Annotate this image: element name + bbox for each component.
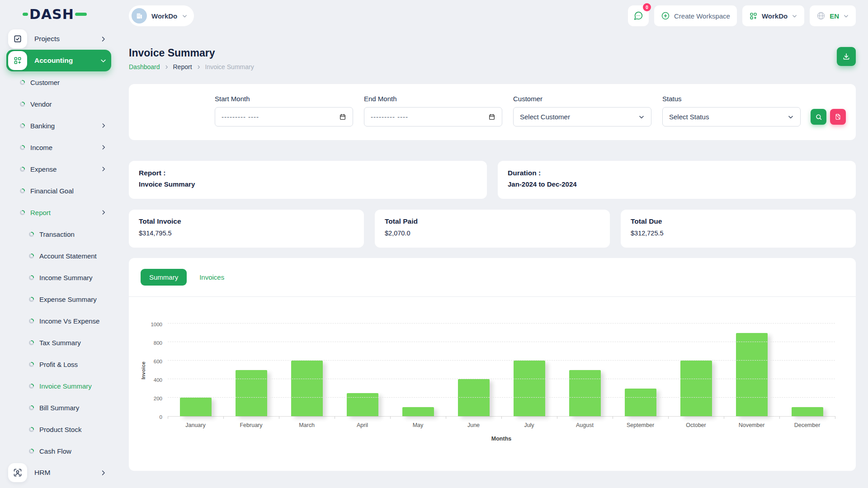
- sidebar-item-customer[interactable]: Customer: [0, 71, 118, 93]
- logo-text: DASH: [29, 6, 74, 22]
- breadcrumb-dashboard-link[interactable]: Dashboard: [129, 63, 160, 70]
- totals-row: Total Invoice $314,795.5 Total Paid $2,0…: [129, 210, 856, 248]
- sidebar-item-accounting[interactable]: Accounting: [6, 50, 111, 71]
- customer-label: Customer: [513, 95, 651, 103]
- end-month-placeholder: --------- ----: [371, 113, 408, 121]
- chevron-right-icon: [100, 36, 107, 42]
- bar-group: [779, 324, 835, 416]
- status-select-value: Select Status: [669, 113, 709, 121]
- breadcrumb-report[interactable]: Report: [173, 63, 192, 70]
- status-select[interactable]: Select Status: [662, 107, 801, 127]
- tab-invoices[interactable]: Invoices: [199, 273, 224, 281]
- sidebar-item-expense[interactable]: Expense: [0, 158, 118, 180]
- bullet-icon: [20, 80, 25, 85]
- bullet-icon: [29, 405, 34, 410]
- sidebar-item-cash-flow[interactable]: Cash Flow: [0, 440, 118, 462]
- sidebar-item-bill-summary[interactable]: Bill Summary: [0, 397, 118, 418]
- topbar: WorkDo 0 Create Workspace: [129, 4, 856, 28]
- grid-plus-icon: [8, 51, 27, 70]
- sidebar-item-label: Income Summary: [39, 274, 93, 282]
- bullet-icon: [29, 449, 34, 454]
- customer-select[interactable]: Select Customer: [513, 107, 651, 127]
- workspace-name: WorkDo: [151, 12, 177, 20]
- sidebar-item-account-statement[interactable]: Account Statement: [0, 245, 118, 267]
- sidebar-item-label: Projects: [34, 35, 93, 43]
- end-month-label: End Month: [364, 95, 502, 103]
- report-card: Report : Invoice Summary: [129, 161, 487, 199]
- y-tick-label: 200: [154, 396, 162, 401]
- sidebar-item-label: HRM: [34, 469, 93, 477]
- chevron-right-icon: [100, 469, 107, 476]
- sidebar-item-vendor[interactable]: Vendor: [0, 93, 118, 115]
- chevron-right-icon: [164, 65, 169, 70]
- bullet-icon: [29, 362, 34, 367]
- bullet-icon: [29, 275, 34, 280]
- chevron-down-icon: [843, 13, 849, 19]
- y-tick-label: 0: [160, 414, 162, 420]
- sidebar-item-label: Invoice Summary: [39, 382, 92, 390]
- sidebar-item-financial-goal[interactable]: Financial Goal: [0, 180, 118, 202]
- bar-group: [724, 324, 779, 416]
- create-workspace-button[interactable]: Create Workspace: [654, 5, 737, 26]
- sidebar-item-projects[interactable]: Projects: [6, 28, 111, 50]
- workspace-selector[interactable]: WorkDo: [129, 5, 194, 26]
- messages-badge: 0: [643, 3, 651, 11]
- sidebar-item-expense-summary[interactable]: Expense Summary: [0, 288, 118, 310]
- workspace-menu-label: WorkDo: [762, 12, 788, 20]
- page-header: Invoice Summary Dashboard Report Invoice…: [129, 47, 856, 70]
- sidebar-item-label: Product Stock: [39, 426, 81, 433]
- bar-group: [390, 324, 446, 416]
- bar-june: [458, 379, 490, 416]
- chart-plot-area: [168, 324, 835, 417]
- workspace-menu-button[interactable]: WorkDo: [742, 5, 804, 26]
- sidebar-item-hrm[interactable]: HRM: [6, 462, 111, 483]
- messages-button[interactable]: 0: [628, 5, 649, 26]
- chart-tabs: Summary Invoices: [129, 269, 856, 286]
- x-axis-tick: [335, 416, 335, 419]
- sidebar-item-invoice-summary[interactable]: Invoice Summary: [0, 375, 118, 397]
- bar-group: [668, 324, 724, 416]
- chevron-down-icon: [100, 57, 107, 64]
- bullet-icon: [20, 188, 25, 193]
- bar-april: [347, 393, 378, 416]
- total-paid-card: Total Paid $2,070.0: [375, 210, 610, 248]
- end-month-input[interactable]: --------- ----: [364, 107, 502, 127]
- start-month-input[interactable]: --------- ----: [215, 107, 353, 127]
- bullet-icon: [20, 167, 25, 172]
- calendar-icon[interactable]: [488, 113, 495, 121]
- app-root: DASH Projects Accounting: [0, 0, 868, 488]
- x-axis-tick: [557, 416, 557, 419]
- language-selector[interactable]: EN: [810, 5, 856, 26]
- bar-group: [557, 324, 613, 416]
- sidebar-item-transaction[interactable]: Transaction: [0, 223, 118, 245]
- download-button[interactable]: [837, 47, 856, 66]
- x-axis-tick: [168, 416, 168, 419]
- sidebar-item-tax-summary[interactable]: Tax Summary: [0, 332, 118, 353]
- gridline: [168, 397, 835, 398]
- plus-circle-icon: [661, 11, 670, 20]
- sidebar-item-profit-loss[interactable]: Profit & Loss: [0, 353, 118, 375]
- reset-filter-button[interactable]: [830, 109, 846, 125]
- bullet-icon: [20, 145, 25, 150]
- apply-filter-button[interactable]: [811, 109, 826, 125]
- x-axis-tick: [668, 416, 669, 419]
- app-logo[interactable]: DASH: [0, 0, 118, 28]
- sidebar-item-report[interactable]: Report: [0, 202, 118, 223]
- sidebar-item-banking[interactable]: Banking: [0, 115, 118, 136]
- x-tick-label: January: [168, 422, 223, 428]
- sidebar-item-label: Vendor: [30, 100, 52, 108]
- x-tick-label: June: [446, 422, 501, 428]
- bullet-icon: [20, 123, 25, 128]
- sidebar-item-product-stock[interactable]: Product Stock: [0, 418, 118, 440]
- sidebar-item-income[interactable]: Income: [0, 136, 118, 158]
- bar-may: [402, 407, 434, 417]
- calendar-icon[interactable]: [339, 113, 346, 121]
- bullet-icon: [29, 232, 34, 237]
- tab-summary[interactable]: Summary: [141, 269, 187, 286]
- create-workspace-label: Create Workspace: [674, 12, 730, 20]
- x-axis-tick: [279, 416, 279, 419]
- bullet-icon: [29, 253, 34, 258]
- sidebar-item-income-summary[interactable]: Income Summary: [0, 267, 118, 288]
- sidebar-item-income-vs-expense[interactable]: Income Vs Expense: [0, 310, 118, 332]
- sidebar-item-label: Cash Flow: [39, 447, 71, 455]
